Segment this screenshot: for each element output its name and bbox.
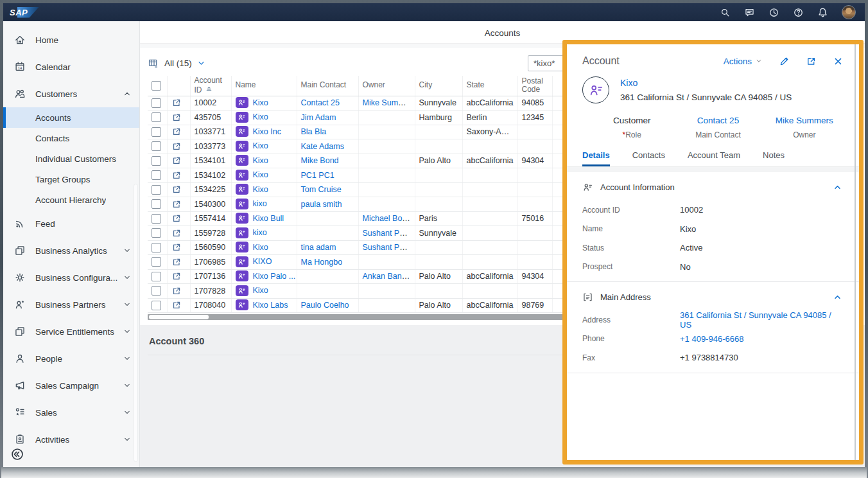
open-in-new-icon[interactable] (171, 112, 182, 123)
account-name-link[interactable]: Kixo (253, 141, 268, 150)
account-name-link[interactable]: Kixo Bull (253, 214, 284, 223)
row-checkbox[interactable] (152, 228, 161, 238)
row-checkbox[interactable] (152, 127, 161, 137)
account-name-link[interactable]: Kixo (253, 286, 268, 295)
account-name-link[interactable]: kixo (253, 199, 267, 208)
fact-value-link[interactable]: Mike Summers (761, 116, 847, 125)
row-checkbox[interactable] (152, 286, 161, 296)
sidebar-item-business-configura[interactable]: Business Configura... (3, 264, 139, 291)
panel-scrollbar[interactable] (855, 44, 856, 460)
open-in-new-icon[interactable] (171, 170, 182, 181)
account-name-link[interactable]: Kixo Labs (253, 301, 288, 310)
sidebar-item-account-hierarchy[interactable]: Account Hierarchy (3, 190, 139, 210)
row-checkbox[interactable] (152, 243, 161, 252)
column-header-city[interactable]: City (415, 76, 462, 96)
main-contact-link[interactable]: tina adam (301, 243, 336, 252)
owner-link[interactable]: Sushant Potdar (363, 229, 415, 238)
row-checkbox[interactable] (152, 301, 161, 310)
account-name-link[interactable]: Kixo (253, 243, 268, 252)
account-name-link[interactable]: Kixo (253, 112, 268, 121)
sidebar-collapse-button[interactable] (10, 447, 24, 461)
row-checkbox[interactable] (152, 156, 161, 166)
tab-details[interactable]: Details (582, 150, 610, 166)
sidebar-item-calendar[interactable]: 14Calendar (3, 53, 139, 80)
owner-link[interactable]: Mike Summers (363, 98, 415, 107)
row-checkbox[interactable] (152, 272, 161, 281)
chat-icon[interactable] (744, 7, 755, 18)
main-contact-link[interactable]: Jim Adam (301, 113, 336, 122)
row-checkbox[interactable] (152, 141, 161, 151)
section-collapse-chevron[interactable] (833, 292, 842, 302)
main-contact-link[interactable]: Contact 25 (301, 98, 340, 107)
sidebar-item-home[interactable]: Home (3, 26, 139, 53)
open-in-new-icon[interactable] (171, 155, 182, 166)
owner-link[interactable]: Michael Bond (363, 214, 412, 223)
row-checkbox[interactable] (152, 199, 161, 209)
tab-notes[interactable]: Notes (763, 150, 785, 166)
fact-value-link[interactable]: Contact 25 (675, 116, 761, 125)
open-in-new-icon[interactable] (171, 141, 182, 152)
horizontal-scrollbar[interactable] (148, 314, 570, 320)
sidebar-item-target-groups[interactable]: Target Groups (3, 169, 139, 190)
column-header-postal-code[interactable]: Postal Code (517, 76, 552, 96)
sidebar-item-business-partners[interactable]: Business Partners (3, 291, 139, 318)
history-icon[interactable] (768, 7, 779, 18)
user-avatar[interactable] (842, 5, 856, 19)
sidebar-item-people[interactable]: People (3, 345, 139, 372)
account-name-link[interactable]: Kixo (253, 185, 268, 194)
field-value-link[interactable]: 361 California St / Sunnyvale CA 94085 /… (680, 310, 842, 330)
tab-contacts[interactable]: Contacts (632, 150, 665, 166)
owner-link[interactable]: Sushant Potdar (363, 243, 415, 252)
row-checkbox[interactable] (152, 257, 161, 267)
open-in-new-icon[interactable] (171, 98, 182, 108)
row-checkbox[interactable] (152, 170, 161, 180)
account-name-link[interactable]: Kixo (620, 78, 792, 88)
open-in-new-icon[interactable] (171, 184, 182, 195)
account-name-link[interactable]: KIXO (253, 257, 272, 266)
main-contact-link[interactable]: Paulo Coelho (301, 301, 349, 310)
account-name-link[interactable]: Kixo (253, 98, 268, 107)
main-contact-link[interactable]: Ma Hongbo (301, 258, 343, 267)
select-all-checkbox[interactable] (152, 81, 161, 91)
account-name-link[interactable]: Kixo Inc (253, 127, 281, 136)
column-header-account-id[interactable]: Account ID (190, 76, 231, 96)
sidebar-item-service-entitlements[interactable]: Service Entitlements (3, 318, 139, 345)
help-icon[interactable] (793, 7, 804, 18)
open-in-new-icon[interactable] (171, 300, 182, 310)
row-checkbox[interactable] (152, 112, 161, 122)
search-icon[interactable] (720, 7, 731, 18)
section-collapse-chevron[interactable] (833, 182, 842, 192)
main-contact-link[interactable]: Bla Bla (301, 127, 327, 136)
sidebar-item-contacts[interactable]: Contacts (3, 128, 139, 148)
main-contact-link[interactable]: paula smith (301, 200, 342, 209)
owner-link[interactable]: Ankan Banerjee (363, 272, 415, 281)
sidebar-item-sales-campaign[interactable]: Sales Campaign (3, 372, 139, 399)
open-in-new-icon[interactable] (171, 242, 182, 252)
sidebar-item-accounts[interactable]: Accounts (3, 107, 139, 128)
column-header-name[interactable]: Name (231, 76, 297, 96)
row-checkbox[interactable] (152, 185, 161, 195)
column-header-main-contact[interactable]: Main Contact (297, 76, 358, 96)
open-in-new-icon[interactable] (171, 286, 182, 296)
main-contact-link[interactable]: Kate Adams (301, 142, 344, 151)
notifications-icon[interactable] (817, 7, 828, 18)
row-checkbox[interactable] (152, 214, 161, 224)
actions-menu-button[interactable]: Actions (724, 57, 763, 66)
field-value-link[interactable]: +1 409-946-6668 (680, 334, 743, 344)
tab-account-team[interactable]: Account Team (688, 150, 740, 166)
open-in-new-icon[interactable] (171, 199, 182, 209)
open-in-new-icon[interactable] (171, 127, 182, 137)
close-button[interactable] (833, 56, 844, 67)
sidebar-item-individual-customers[interactable]: Individual Customers (3, 148, 139, 169)
open-in-new-icon[interactable] (171, 213, 182, 224)
sidebar-item-sales[interactable]: Sales (3, 399, 139, 426)
account-name-link[interactable]: Kixo (253, 170, 268, 179)
main-contact-link[interactable]: PC1 PC1 (301, 171, 334, 180)
account-name-link[interactable]: Kixo Palo ... (253, 272, 296, 281)
column-header-owner[interactable]: Owner (358, 76, 415, 96)
account-name-link[interactable]: Kixo (253, 156, 268, 165)
open-in-new-icon[interactable] (171, 257, 182, 267)
main-contact-link[interactable]: Mike Bond (301, 156, 339, 165)
horizontal-scrollbar-thumb[interactable] (149, 315, 209, 319)
open-in-new-icon[interactable] (171, 228, 182, 238)
